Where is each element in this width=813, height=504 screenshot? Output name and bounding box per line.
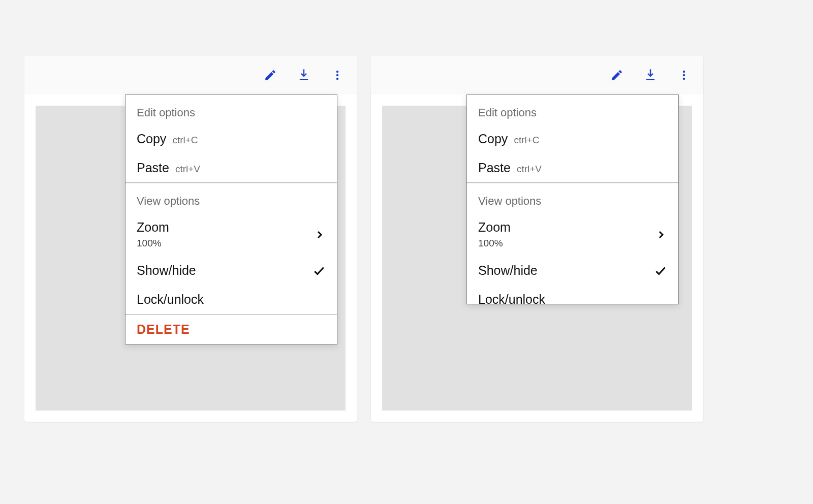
edit-button[interactable]	[261, 66, 279, 84]
download-icon	[297, 68, 311, 82]
menu-item-label: Zoom	[478, 220, 511, 235]
menu-item-label: Lock/unlock	[137, 292, 204, 307]
chevron-right-icon	[655, 229, 667, 241]
svg-point-3	[683, 71, 685, 73]
menu-item-show-hide[interactable]: Show/hide	[467, 256, 678, 285]
download-icon	[643, 68, 658, 82]
menu-group-header: View options	[467, 183, 678, 213]
menu-item-delete[interactable]: DELETE	[126, 315, 337, 344]
menu-item-shortcut: ctrl+C	[172, 135, 198, 146]
svg-point-5	[683, 78, 685, 80]
menu-item-label: Zoom	[137, 220, 169, 235]
more-vert-icon	[331, 69, 343, 81]
chevron-right-icon	[314, 229, 326, 241]
more-vert-icon	[678, 69, 690, 81]
menu-item-shortcut: ctrl+C	[514, 135, 539, 146]
svg-point-1	[336, 74, 338, 76]
overflow-menu-constrained: Edit options Copy ctrl+C Paste ctrl+V Vi…	[466, 94, 679, 304]
menu-group-header: Edit options	[126, 95, 337, 124]
menu-item-show-hide[interactable]: Show/hide	[126, 256, 337, 285]
overflow-menu: Edit options Copy ctrl+C Paste ctrl+V Vi…	[125, 94, 337, 344]
edit-icon	[264, 69, 277, 82]
more-button[interactable]	[328, 66, 347, 84]
edit-button[interactable]	[608, 66, 626, 84]
check-icon	[654, 264, 667, 277]
menu-item-label: Show/hide	[478, 263, 538, 278]
menu-item-lock-unlock[interactable]: Lock/unlock	[126, 285, 337, 314]
more-button[interactable]	[675, 66, 693, 84]
menu-item-label: Paste	[137, 161, 169, 175]
menu-item-secondary: 100%	[478, 238, 511, 249]
menu-item-label: Copy	[137, 132, 166, 146]
check-icon	[312, 264, 326, 277]
menu-item-label: Copy	[478, 132, 508, 146]
menu-item-label: Lock/unlock	[478, 292, 545, 304]
edit-icon	[610, 69, 623, 82]
menu-item-shortcut: ctrl+V	[517, 164, 542, 175]
menu-item-zoom[interactable]: Zoom 100%	[126, 213, 337, 256]
menu-scroll-region[interactable]: Edit options Copy ctrl+C Paste ctrl+V Vi…	[467, 95, 678, 304]
menu-item-secondary: 100%	[137, 238, 169, 249]
svg-point-2	[336, 78, 338, 80]
toolbar	[371, 56, 703, 94]
menu-item-paste[interactable]: Paste ctrl+V	[467, 153, 678, 182]
menu-item-label: Paste	[478, 161, 511, 175]
toolbar	[24, 56, 357, 94]
menu-item-paste[interactable]: Paste ctrl+V	[126, 153, 337, 182]
menu-group-header: View options	[126, 183, 337, 213]
menu-item-lock-unlock[interactable]: Lock/unlock	[467, 285, 678, 304]
menu-item-copy[interactable]: Copy ctrl+C	[467, 124, 678, 153]
download-button[interactable]	[641, 66, 660, 84]
menu-item-shortcut: ctrl+V	[175, 164, 200, 175]
svg-point-4	[683, 74, 685, 76]
svg-point-0	[336, 71, 338, 73]
menu-group-header: Edit options	[467, 95, 678, 124]
menu-item-copy[interactable]: Copy ctrl+C	[126, 124, 337, 153]
menu-item-zoom[interactable]: Zoom 100%	[467, 213, 678, 256]
menu-item-label: Show/hide	[137, 263, 196, 278]
download-button[interactable]	[295, 66, 313, 84]
menu-item-label: DELETE	[137, 322, 190, 337]
